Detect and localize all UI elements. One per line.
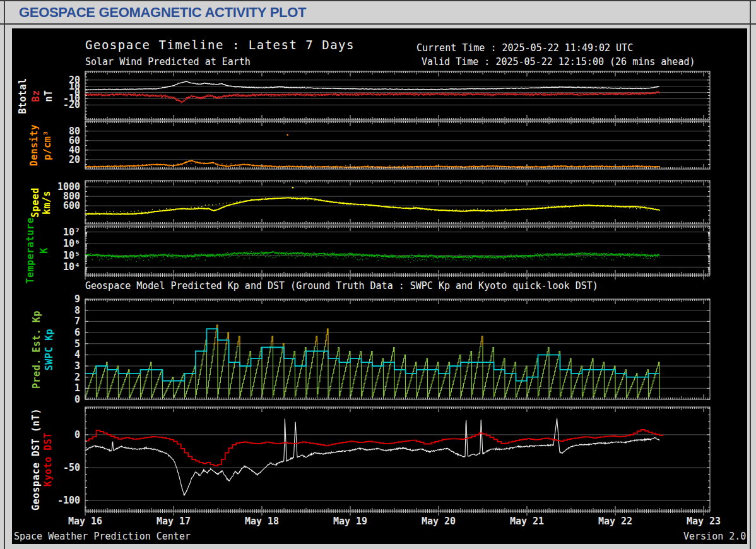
- footer-version: Version 2.0: [683, 531, 746, 542]
- panel-ylabel-temperature-0: Temperature: [25, 218, 36, 284]
- panel-ylabel-density-0: Density: [28, 124, 40, 167]
- y-tick-label: 10⁵: [63, 250, 80, 261]
- y-tick-label: 10⁴: [63, 261, 80, 273]
- panel-ylabel-bfield-1: Bz: [30, 90, 42, 102]
- y-tick-label: 10⁶: [63, 238, 80, 249]
- y-tick-label: 1: [74, 382, 80, 394]
- x-tick-label: May 20: [422, 516, 456, 527]
- y-tick-label: 3: [74, 360, 80, 372]
- y-tick-label: 2: [74, 372, 80, 383]
- x-tick-label: May 23: [687, 516, 721, 527]
- panel-ylabel-kp-0: Pred. Est. Kp: [31, 310, 42, 389]
- y-ticks-density: [85, 126, 710, 164]
- y-tick-label: 10⁷: [63, 227, 80, 238]
- x-tick-label: May 22: [598, 516, 632, 527]
- panel-ylabel-speed-0: Speed: [30, 187, 41, 218]
- x-tick-label: May 18: [245, 516, 279, 527]
- y-tick-label: 600: [63, 200, 80, 211]
- y-ticks-speed: [85, 182, 710, 220]
- valid-time-label: Valid Time : 2025-05-22 12:15:00 (26 min…: [422, 56, 695, 68]
- panel-frame-dst: [85, 407, 710, 511]
- panel-ylabel-density-1: p/cm³: [42, 130, 53, 160]
- x-tick-label: May 19: [333, 516, 367, 527]
- y-tick-label: -50: [63, 462, 80, 473]
- series-bz: [85, 92, 659, 103]
- time-ticks-bfield: [85, 71, 709, 120]
- y-ticks-dst: [85, 408, 710, 507]
- series-geospace-dst: [85, 418, 659, 495]
- x-tick-label: May 17: [157, 516, 191, 527]
- y-tick-label: 7: [74, 316, 80, 327]
- current-time-label: Current Time : 2025-05-22 11:49:02 UTC: [416, 42, 633, 54]
- panel-ylabel-temperature-1: K: [38, 247, 50, 254]
- solar-wind-subtitle: Solar Wind Predicted at Earth: [85, 56, 251, 68]
- x-tick-label: May 16: [68, 516, 102, 527]
- y-tick-label: -20: [63, 99, 80, 110]
- y-tick-label: 20: [69, 154, 80, 165]
- kp-dst-subtitle: Geospace Model Predicted Kp and DST (Gro…: [85, 280, 598, 292]
- time-ticks-dst: [85, 407, 709, 516]
- x-tick-label: May 21: [510, 516, 544, 527]
- y-tick-label: 6: [74, 327, 80, 338]
- timeline-plot: 20100-10-2080604020100080060010⁷10⁶10⁵10…: [0, 0, 756, 549]
- footer-source: Space Weather Prediction Center: [14, 531, 191, 542]
- panel-ylabel-bfield-0: Btotal: [17, 78, 28, 114]
- panel-ylabel-dst-1: Kyoto DST: [42, 432, 54, 487]
- panel-frame-density: [85, 121, 710, 169]
- time-ticks-temperature: [85, 226, 709, 280]
- plot-title: Geospace Timeline : Latest 7 Days: [85, 38, 355, 52]
- panel-frame-bfield: [85, 71, 710, 120]
- y-ticks-temperature: [85, 227, 710, 273]
- series-speed-outlier: [292, 187, 294, 189]
- series-density-outlier: [286, 134, 288, 136]
- panel-frame-temperature: [85, 226, 710, 275]
- y-tick-label: -100: [57, 495, 80, 506]
- panel-ylabel-dst-0: Geospace DST (nT): [30, 408, 42, 510]
- panel-ylabel-kp-1: SWPC Kp: [44, 328, 55, 370]
- panel-ylabel-speed-1: km/s: [41, 190, 52, 214]
- series-kyoto-dst: [85, 430, 663, 466]
- panel-ylabel-bfield-2: nT: [43, 90, 54, 102]
- series-btotal: [85, 81, 659, 90]
- y-tick-label: 5: [74, 338, 80, 350]
- y-tick-label: 0: [74, 394, 80, 405]
- y-tick-label: 8: [74, 305, 80, 316]
- y-tick-label: 9: [74, 293, 80, 305]
- time-ticks-density: [85, 121, 709, 169]
- y-tick-label: 0: [74, 429, 80, 440]
- y-tick-label: 4: [74, 349, 80, 360]
